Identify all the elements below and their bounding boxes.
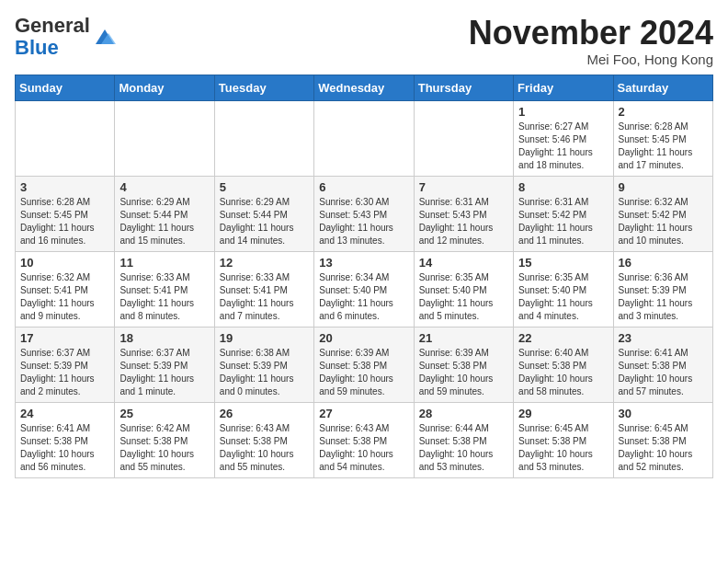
day-number: 7 [419,180,508,194]
week-row-3: 10Sunrise: 6:32 AM Sunset: 5:41 PM Dayli… [16,251,713,327]
day-cell [115,100,214,176]
day-cell: 8Sunrise: 6:31 AM Sunset: 5:42 PM Daylig… [514,176,613,251]
logo-text: General Blue [15,15,90,59]
day-number: 24 [20,407,109,420]
day-number: 28 [419,407,508,420]
day-number: 15 [518,256,608,270]
day-cell: 26Sunrise: 6:43 AM Sunset: 5:38 PM Dayli… [214,402,313,477]
week-row-4: 17Sunrise: 6:37 AM Sunset: 5:39 PM Dayli… [16,327,713,402]
day-number: 20 [319,331,408,345]
day-cell [214,100,313,176]
day-info: Sunrise: 6:34 AM Sunset: 5:40 PM Dayligh… [319,271,408,323]
day-info: Sunrise: 6:39 AM Sunset: 5:38 PM Dayligh… [419,347,508,398]
header-cell-sunday: Sunday [16,75,115,100]
day-info: Sunrise: 6:43 AM Sunset: 5:38 PM Dayligh… [220,422,309,474]
day-info: Sunrise: 6:32 AM Sunset: 5:41 PM Dayligh… [20,271,109,323]
day-number: 9 [619,180,708,194]
day-cell: 22Sunrise: 6:40 AM Sunset: 5:38 PM Dayli… [514,327,613,402]
day-cell: 30Sunrise: 6:45 AM Sunset: 5:38 PM Dayli… [613,402,712,477]
day-info: Sunrise: 6:36 AM Sunset: 5:39 PM Dayligh… [619,271,708,323]
day-number: 12 [220,256,309,270]
day-cell: 7Sunrise: 6:31 AM Sunset: 5:43 PM Daylig… [414,176,513,251]
day-info: Sunrise: 6:41 AM Sunset: 5:38 PM Dayligh… [20,422,109,474]
month-title: November 2024 [469,15,713,52]
day-cell: 13Sunrise: 6:34 AM Sunset: 5:40 PM Dayli… [314,251,414,327]
subtitle: Mei Foo, Hong Kong [469,52,713,67]
day-info: Sunrise: 6:45 AM Sunset: 5:38 PM Dayligh… [518,422,608,474]
day-info: Sunrise: 6:29 AM Sunset: 5:44 PM Dayligh… [119,196,209,247]
day-info: Sunrise: 6:42 AM Sunset: 5:38 PM Dayligh… [119,422,209,474]
day-info: Sunrise: 6:38 AM Sunset: 5:39 PM Dayligh… [220,347,309,398]
day-number: 23 [619,331,708,345]
day-info: Sunrise: 6:33 AM Sunset: 5:41 PM Dayligh… [220,271,309,323]
day-info: Sunrise: 6:37 AM Sunset: 5:39 PM Dayligh… [119,347,209,398]
day-info: Sunrise: 6:39 AM Sunset: 5:38 PM Dayligh… [319,347,408,398]
day-info: Sunrise: 6:40 AM Sunset: 5:38 PM Dayligh… [518,347,608,398]
calendar-header: SundayMondayTuesdayWednesdayThursdayFrid… [16,75,713,100]
day-info: Sunrise: 6:30 AM Sunset: 5:43 PM Dayligh… [319,196,408,247]
day-number: 13 [319,256,408,270]
day-cell: 21Sunrise: 6:39 AM Sunset: 5:38 PM Dayli… [414,327,513,402]
day-number: 21 [419,331,508,345]
header-cell-friday: Friday [514,75,613,100]
day-number: 18 [119,331,209,345]
day-cell: 5Sunrise: 6:29 AM Sunset: 5:44 PM Daylig… [214,176,313,251]
day-cell: 14Sunrise: 6:35 AM Sunset: 5:40 PM Dayli… [414,251,513,327]
day-number: 19 [220,331,309,345]
logo: General Blue [15,15,118,59]
day-info: Sunrise: 6:28 AM Sunset: 5:45 PM Dayligh… [619,121,708,172]
day-info: Sunrise: 6:31 AM Sunset: 5:43 PM Dayligh… [419,196,508,247]
day-cell: 3Sunrise: 6:28 AM Sunset: 5:45 PM Daylig… [16,176,115,251]
header: General Blue November 2024 Mei Foo, Hong… [15,15,713,67]
day-number: 30 [619,407,708,420]
day-cell [414,100,513,176]
day-cell: 23Sunrise: 6:41 AM Sunset: 5:38 PM Dayli… [613,327,712,402]
day-number: 11 [119,256,209,270]
day-info: Sunrise: 6:29 AM Sunset: 5:44 PM Dayligh… [220,196,309,247]
day-cell: 4Sunrise: 6:29 AM Sunset: 5:44 PM Daylig… [115,176,214,251]
day-info: Sunrise: 6:45 AM Sunset: 5:38 PM Dayligh… [619,422,708,474]
header-cell-monday: Monday [115,75,214,100]
day-cell: 18Sunrise: 6:37 AM Sunset: 5:39 PM Dayli… [115,327,214,402]
day-cell [16,100,115,176]
day-cell: 15Sunrise: 6:35 AM Sunset: 5:40 PM Dayli… [514,251,613,327]
day-cell: 11Sunrise: 6:33 AM Sunset: 5:41 PM Dayli… [115,251,214,327]
calendar-body: 1Sunrise: 6:27 AM Sunset: 5:46 PM Daylig… [16,100,713,477]
day-info: Sunrise: 6:44 AM Sunset: 5:38 PM Dayligh… [419,422,508,474]
day-number: 8 [518,180,608,194]
day-cell: 9Sunrise: 6:32 AM Sunset: 5:42 PM Daylig… [613,176,712,251]
day-number: 2 [619,105,708,119]
day-number: 6 [319,180,408,194]
day-number: 27 [319,407,408,420]
day-cell: 16Sunrise: 6:36 AM Sunset: 5:39 PM Dayli… [613,251,712,327]
day-number: 10 [20,256,109,270]
day-info: Sunrise: 6:27 AM Sunset: 5:46 PM Dayligh… [518,121,608,172]
day-number: 16 [619,256,708,270]
header-row: SundayMondayTuesdayWednesdayThursdayFrid… [16,75,713,100]
day-number: 5 [220,180,309,194]
day-cell: 20Sunrise: 6:39 AM Sunset: 5:38 PM Dayli… [314,327,414,402]
logo-icon [92,24,118,50]
week-row-1: 1Sunrise: 6:27 AM Sunset: 5:46 PM Daylig… [16,100,713,176]
day-cell: 6Sunrise: 6:30 AM Sunset: 5:43 PM Daylig… [314,176,414,251]
day-info: Sunrise: 6:35 AM Sunset: 5:40 PM Dayligh… [419,271,508,323]
day-cell: 29Sunrise: 6:45 AM Sunset: 5:38 PM Dayli… [514,402,613,477]
day-info: Sunrise: 6:43 AM Sunset: 5:38 PM Dayligh… [319,422,408,474]
calendar-table: SundayMondayTuesdayWednesdayThursdayFrid… [15,75,713,478]
week-row-2: 3Sunrise: 6:28 AM Sunset: 5:45 PM Daylig… [16,176,713,251]
day-cell: 25Sunrise: 6:42 AM Sunset: 5:38 PM Dayli… [115,402,214,477]
day-number: 3 [20,180,109,194]
day-cell: 17Sunrise: 6:37 AM Sunset: 5:39 PM Dayli… [16,327,115,402]
day-number: 26 [220,407,309,420]
day-info: Sunrise: 6:31 AM Sunset: 5:42 PM Dayligh… [518,196,608,247]
day-cell: 19Sunrise: 6:38 AM Sunset: 5:39 PM Dayli… [214,327,313,402]
day-number: 17 [20,331,109,345]
week-row-5: 24Sunrise: 6:41 AM Sunset: 5:38 PM Dayli… [16,402,713,477]
day-info: Sunrise: 6:28 AM Sunset: 5:45 PM Dayligh… [20,196,109,247]
header-cell-tuesday: Tuesday [214,75,313,100]
day-number: 1 [518,105,608,119]
day-info: Sunrise: 6:33 AM Sunset: 5:41 PM Dayligh… [119,271,209,323]
day-number: 29 [518,407,608,420]
header-cell-saturday: Saturday [613,75,712,100]
day-cell: 1Sunrise: 6:27 AM Sunset: 5:46 PM Daylig… [514,100,613,176]
